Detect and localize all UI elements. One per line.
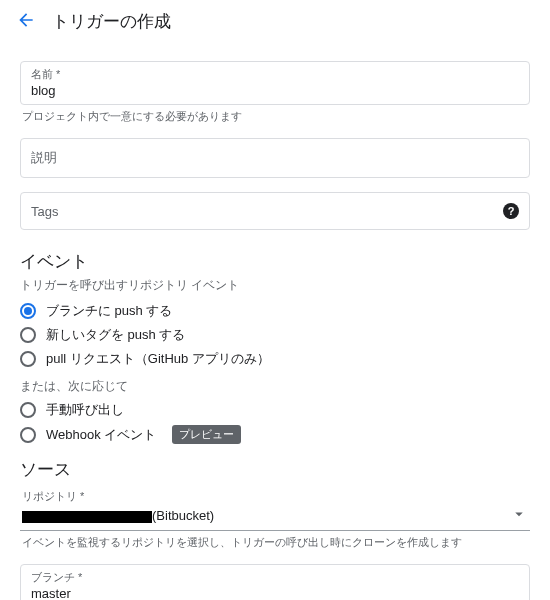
radio-label: Webhook イベント bbox=[46, 426, 156, 444]
radio-push-tag[interactable]: 新しいタグを push する bbox=[20, 326, 530, 344]
radio-label: ブランチに push する bbox=[46, 302, 172, 320]
page-title: トリガーの作成 bbox=[52, 10, 171, 33]
tags-placeholder: Tags bbox=[31, 204, 58, 219]
radio-push-branch[interactable]: ブランチに push する bbox=[20, 302, 530, 320]
radio-label: pull リクエスト（GitHub アプリのみ） bbox=[46, 350, 270, 368]
branch-field-container[interactable]: ブランチ * bbox=[20, 564, 530, 600]
repository-hint: イベントを監視するリポジトリを選択し、トリガーの呼び出し時にクローンを作成します bbox=[22, 535, 530, 550]
source-section-title: ソース bbox=[20, 458, 530, 481]
radio-icon bbox=[20, 303, 36, 319]
radio-icon bbox=[20, 427, 36, 443]
radio-icon bbox=[20, 327, 36, 343]
name-label: 名前 * bbox=[31, 67, 519, 82]
description-placeholder: 説明 bbox=[31, 150, 57, 165]
event-section-subtitle: トリガーを呼び出すリポジトリ イベント bbox=[20, 277, 530, 294]
radio-webhook[interactable]: Webhook イベント プレビュー bbox=[20, 425, 530, 444]
back-arrow-icon[interactable] bbox=[16, 10, 36, 33]
radio-manual[interactable]: 手動呼び出し bbox=[20, 401, 530, 419]
name-field-container[interactable]: 名前 * bbox=[20, 61, 530, 105]
repository-dropdown[interactable]: リポジトリ * (Bitbucket) bbox=[20, 485, 530, 531]
repository-suffix: (Bitbucket) bbox=[152, 508, 214, 523]
repository-value: (Bitbucket) bbox=[22, 508, 214, 523]
branch-label: ブランチ * bbox=[31, 570, 519, 585]
radio-icon bbox=[20, 402, 36, 418]
description-input[interactable]: 説明 bbox=[20, 138, 530, 178]
branch-input[interactable] bbox=[31, 586, 519, 600]
name-hint: プロジェクト内で一意にする必要があります bbox=[22, 109, 530, 124]
event-section-title: イベント bbox=[20, 250, 530, 273]
chevron-down-icon bbox=[510, 505, 528, 526]
preview-chip: プレビュー bbox=[172, 425, 241, 444]
radio-label: 手動呼び出し bbox=[46, 401, 124, 419]
repository-label: リポジトリ * bbox=[22, 489, 528, 504]
name-input[interactable] bbox=[31, 83, 519, 98]
help-icon[interactable]: ? bbox=[503, 203, 519, 219]
or-label: または、次に応じて bbox=[20, 378, 530, 395]
radio-label: 新しいタグを push する bbox=[46, 326, 185, 344]
radio-pull-request[interactable]: pull リクエスト（GitHub アプリのみ） bbox=[20, 350, 530, 368]
radio-icon bbox=[20, 351, 36, 367]
redacted-repo-name bbox=[22, 511, 152, 523]
tags-input[interactable]: Tags ? bbox=[20, 192, 530, 230]
